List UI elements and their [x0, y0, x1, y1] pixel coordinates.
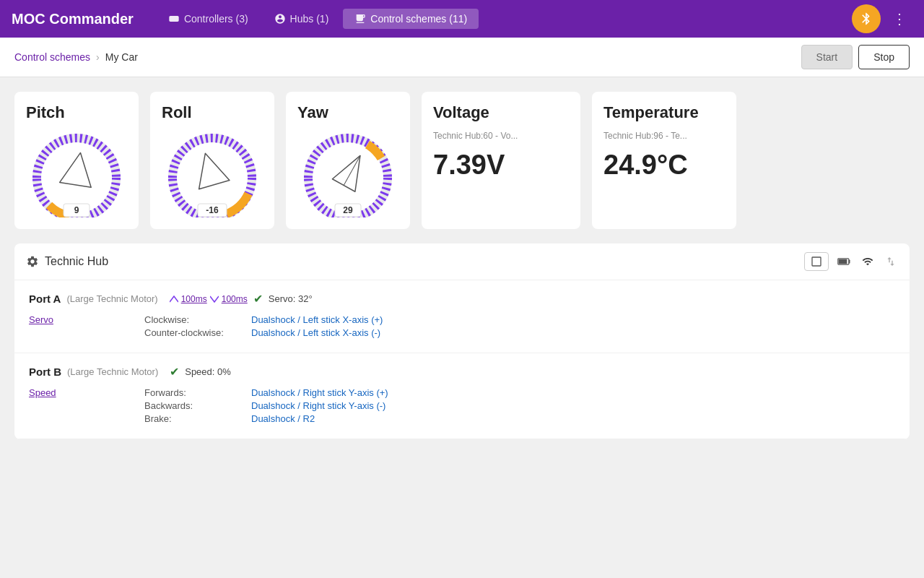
- nav-hubs[interactable]: Hubs (1): [263, 9, 341, 29]
- controllers-icon: [168, 13, 180, 25]
- temperature-subtitle: Technic Hub:96 - Te...: [603, 131, 725, 141]
- schemes-icon: [354, 13, 366, 25]
- breadcrumb-separator: ›: [96, 51, 100, 63]
- port-a-check: ✔: [253, 292, 263, 306]
- port-a-timing: 100ms 100ms: [170, 294, 248, 304]
- bluetooth-button[interactable]: [852, 4, 881, 33]
- stop-button[interactable]: Stop: [858, 45, 910, 69]
- nav-schemes-label: Control schemes (11): [370, 13, 467, 25]
- port-b-brake-line: Brake: Dualshock / R2: [144, 413, 388, 424]
- start-button[interactable]: Start: [801, 45, 853, 69]
- hub-gear-icon: [26, 255, 39, 268]
- breadcrumb-actions: Start Stop: [801, 45, 910, 69]
- sync-icon: [884, 256, 898, 267]
- nav-hubs-label: Hubs (1): [290, 13, 329, 25]
- header-nav: Controllers (3) Hubs (1) Control schemes…: [157, 9, 852, 29]
- port-b-header: Port B (Large Technic Motor) ✔ Speed: 0%: [29, 365, 895, 379]
- nav-control-schemes[interactable]: Control schemes (11): [343, 9, 479, 29]
- port-b-label: Port B: [29, 366, 61, 378]
- svg-rect-16: [812, 257, 821, 266]
- yaw-gauge: 29: [297, 131, 398, 217]
- breadcrumb-bar: Control schemes › My Car Start Stop: [0, 38, 924, 77]
- port-a-ccw-line: Counter-clockwise: Dualshock / Left stic…: [144, 327, 383, 338]
- battery-icon: [837, 256, 852, 267]
- svg-rect-19: [839, 259, 847, 264]
- port-a-servo-details: Clockwise: Dualshock / Left stick X-axis…: [144, 314, 383, 338]
- roll-card: Roll -16: [150, 92, 274, 229]
- breadcrumb-parent[interactable]: Control schemes: [14, 51, 90, 63]
- svg-text:29: 29: [343, 205, 353, 215]
- voltage-subtitle: Technic Hub:60 - Vo...: [433, 131, 569, 141]
- port-a-timing-up[interactable]: 100ms: [181, 294, 207, 304]
- port-b-mapping-row: Speed Forwards: Dualshock / Right stick …: [29, 387, 895, 424]
- port-a-status: Servo: 32°: [269, 293, 313, 304]
- port-a-cw-value: Dualshock / Left stick X-axis (+): [251, 314, 383, 325]
- gauge-row: Pitch: [14, 92, 910, 229]
- hubs-icon: [274, 13, 286, 25]
- svg-text:9: 9: [74, 205, 79, 215]
- hub-section: Technic Hub: [14, 243, 910, 439]
- roll-gauge: -16: [162, 131, 263, 217]
- hub-square-button[interactable]: [804, 252, 829, 271]
- port-a-ccw-value: Dualshock / Left stick X-axis (-): [251, 327, 380, 338]
- port-b-speed-label[interactable]: Speed: [29, 387, 144, 398]
- temperature-card: Temperature Technic Hub:96 - Te... 24.9°…: [592, 92, 736, 229]
- header-right: ⋮: [852, 4, 912, 33]
- roll-title: Roll: [162, 103, 263, 122]
- main-content: Pitch: [0, 77, 924, 454]
- hub-name: Technic Hub: [45, 255, 108, 268]
- pitch-svg: 9: [26, 131, 127, 217]
- port-a-servo-label[interactable]: Servo: [29, 314, 144, 325]
- port-b-fwd-key: Forwards:: [144, 387, 245, 398]
- nav-controllers[interactable]: Controllers (3): [157, 9, 260, 29]
- port-b-status: Speed: 0%: [185, 366, 231, 377]
- port-b-bwd-key: Backwards:: [144, 400, 245, 411]
- voltage-title: Voltage: [433, 103, 569, 122]
- yaw-card: Yaw: [286, 92, 410, 229]
- port-b-fwd-value: Dualshock / Right stick Y-axis (+): [251, 387, 388, 398]
- voltage-card: Voltage Technic Hub:60 - Vo... 7.39V: [422, 92, 580, 229]
- breadcrumb: Control schemes › My Car: [14, 51, 138, 63]
- port-a-header: Port A (Large Technic Motor) 100ms 100ms…: [29, 292, 895, 306]
- more-button[interactable]: ⋮: [886, 7, 912, 30]
- temperature-value: 24.9°C: [603, 150, 725, 181]
- port-a-label: Port A: [29, 293, 61, 305]
- port-a-cw-key: Clockwise:: [144, 314, 245, 325]
- port-a-mapping-row: Servo Clockwise: Dualshock / Left stick …: [29, 314, 895, 338]
- port-b-fwd-line: Forwards: Dualshock / Right stick Y-axis…: [144, 387, 388, 398]
- port-a-cw-line: Clockwise: Dualshock / Left stick X-axis…: [144, 314, 383, 325]
- port-a-section: Port A (Large Technic Motor) 100ms 100ms…: [14, 280, 910, 353]
- roll-svg: -16: [162, 131, 263, 217]
- port-b-bwd-line: Backwards: Dualshock / Right stick Y-axi…: [144, 400, 388, 411]
- svg-rect-18: [849, 260, 850, 264]
- signal-icon: [860, 256, 875, 267]
- svg-text:-16: -16: [206, 205, 219, 215]
- port-b-motor: (Large Technic Motor): [67, 366, 158, 377]
- pitch-title: Pitch: [26, 103, 127, 122]
- port-b-brake-value: Dualshock / R2: [251, 413, 315, 424]
- hub-title-row: Technic Hub: [26, 255, 108, 268]
- temperature-title: Temperature: [603, 103, 725, 122]
- pitch-card: Pitch: [14, 92, 139, 229]
- voltage-value: 7.39V: [433, 150, 569, 181]
- port-a-ccw-key: Counter-clockwise:: [144, 327, 245, 338]
- app-title: MOC Commander: [12, 11, 134, 27]
- nav-controllers-label: Controllers (3): [184, 13, 248, 25]
- port-b-bwd-value: Dualshock / Right stick Y-axis (-): [251, 400, 385, 411]
- hub-header: Technic Hub: [14, 243, 910, 280]
- bluetooth-icon: [859, 12, 873, 26]
- header: MOC Commander Controllers (3) Hubs (1) C…: [0, 0, 924, 38]
- svg-point-1: [46, 147, 107, 208]
- yaw-svg: 29: [297, 131, 398, 217]
- port-a-timing-down[interactable]: 100ms: [222, 294, 248, 304]
- timing-down-icon: [210, 295, 219, 303]
- port-b-speed-details: Forwards: Dualshock / Right stick Y-axis…: [144, 387, 388, 424]
- hub-icons: [804, 252, 898, 271]
- svg-point-6: [182, 147, 243, 208]
- port-b-section: Port B (Large Technic Motor) ✔ Speed: 0%…: [14, 353, 910, 439]
- port-a-motor: (Large Technic Motor): [66, 293, 157, 304]
- port-b-brake-key: Brake:: [144, 413, 245, 424]
- timing-up-icon: [170, 295, 178, 303]
- pitch-gauge: 9: [26, 131, 127, 217]
- yaw-title: Yaw: [297, 103, 398, 122]
